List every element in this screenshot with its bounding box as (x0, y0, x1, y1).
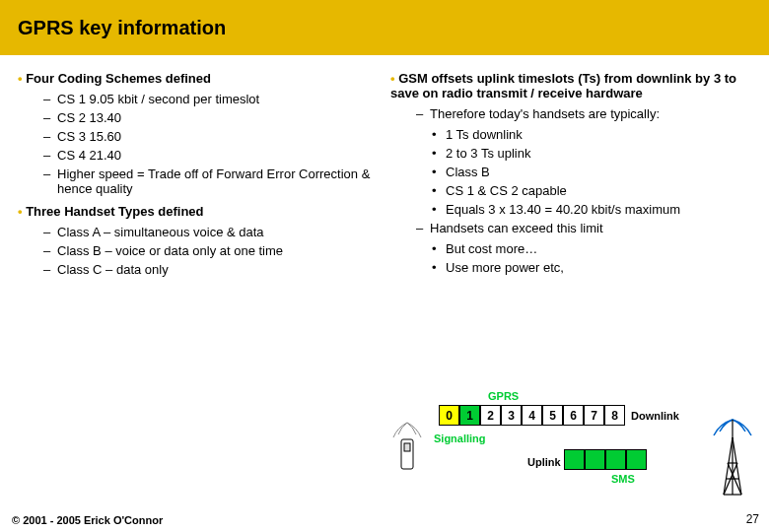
tower-icon (710, 414, 755, 499)
list-item: 1 Ts downlink (432, 127, 751, 142)
slot: 6 (563, 405, 584, 426)
slot (626, 449, 647, 470)
slot (605, 449, 626, 470)
list-item: CS 1 & CS 2 capable (432, 183, 751, 198)
list-item: Equals 3 x 13.40 = 40.20 kbit/s maximum (432, 202, 751, 217)
slot: 0 (439, 405, 459, 426)
uplink-label: Uplink (527, 456, 561, 468)
gprs-label: GPRS (488, 390, 519, 402)
slot: 4 (522, 405, 542, 426)
svg-rect-1 (404, 443, 410, 451)
right-column: GSM offsets uplink timeslots (Ts) from d… (390, 63, 751, 283)
list-item: CS 4 21.40 (43, 148, 379, 163)
heading-handset-types: Three Handset Types defined (18, 204, 379, 219)
heading-gsm-offsets: GSM offsets uplink timeslots (Ts) from d… (390, 71, 751, 100)
exceed-details: But cost more… Use more power etc, (432, 241, 751, 275)
exceed-list: Handsets can exceed this limit (416, 221, 751, 235)
typical-details: 1 Ts downlink 2 to 3 Ts uplink Class B C… (432, 127, 751, 217)
list-item: Class B – voice or data only at one time (43, 243, 379, 258)
list-item: Class B (432, 165, 751, 179)
downlink-row: 0 1 2 3 4 5 6 7 8 Downlink (439, 405, 679, 426)
title-bar: GPRS key information (0, 0, 769, 55)
list-item: CS 1 9.05 kbit / second per timeslot (43, 92, 379, 106)
list-item: CS 2 13.40 (43, 110, 379, 125)
slot: 8 (604, 405, 625, 426)
slot (585, 449, 605, 470)
uplink-boxes (564, 449, 647, 470)
handset-type-list: Class A – simultaneous voice & data Clas… (43, 225, 379, 277)
typical-handsets: Therefore today's handsets are typically… (416, 106, 751, 121)
copyright: © 2001 - 2005 Erick O'Connor (12, 514, 163, 526)
page-title: GPRS key information (18, 17, 226, 39)
slot: 3 (501, 405, 522, 426)
svg-line-4 (733, 437, 741, 495)
slot (564, 449, 585, 470)
svg-line-3 (724, 437, 733, 495)
list-item: Handsets can exceed this limit (416, 221, 751, 235)
content-area: Four Coding Schemes defined CS 1 9.05 kb… (0, 55, 769, 283)
list-item: Use more power etc, (432, 260, 751, 275)
handset-antenna-icon (387, 418, 427, 477)
list-item: 2 to 3 Ts uplink (432, 146, 751, 161)
list-item: CS 3 15.60 (43, 129, 379, 144)
sms-label: SMS (611, 473, 635, 485)
slot: 5 (542, 405, 563, 426)
heading-coding-schemes: Four Coding Schemes defined (18, 71, 379, 86)
slot: 1 (459, 405, 480, 426)
list-item: Class A – simultaneous voice & data (43, 225, 379, 239)
list-item: But cost more… (432, 241, 751, 256)
left-column: Four Coding Schemes defined CS 1 9.05 kb… (18, 63, 379, 283)
list-item: Class C – data only (43, 262, 379, 277)
slot: 7 (584, 405, 604, 426)
page-number: 27 (746, 512, 759, 526)
signalling-label: Signalling (434, 432, 486, 444)
list-item: Higher speed = Trade off of Forward Erro… (43, 166, 379, 196)
timeslot-diagram: GPRS 0 1 2 3 4 5 6 7 8 Downlink Signalli… (335, 390, 759, 508)
coding-scheme-list: CS 1 9.05 kbit / second per timeslot CS … (43, 92, 379, 196)
downlink-label: Downlink (631, 410, 679, 422)
slot: 2 (480, 405, 501, 426)
list-item: Therefore today's handsets are typically… (416, 106, 751, 121)
